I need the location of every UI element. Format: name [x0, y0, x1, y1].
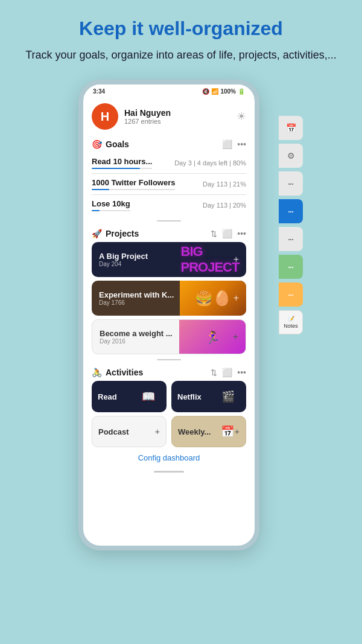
goal-progress-bar — [92, 189, 175, 190]
activity-name: Podcast — [98, 427, 129, 436]
activity-plus-icon[interactable]: + — [235, 427, 240, 436]
profile-info: Hai Nguyen 1267 entries — [124, 108, 171, 125]
project-item[interactable]: Experiment with K... Day 1766 🍔🥚 + — [92, 281, 246, 316]
phone-wrapper: 3:34 🔇 📶 100% 🔋 H Hai Nguyen 1267 entrie… — [78, 80, 284, 550]
goal-progress-fill — [92, 210, 100, 211]
side-tab-more-4[interactable]: ••• — [279, 255, 303, 279]
profile-name: Hai Nguyen — [124, 108, 171, 118]
goal-item[interactable]: Read 10 hours... Day 3 | 4 days left | 8… — [92, 153, 246, 174]
sort-icon[interactable]: ⇅ — [211, 229, 217, 238]
status-bar: 3:34 🔇 📶 100% 🔋 — [83, 84, 255, 97]
activities-row: Read 📖 + Netflix 🎬 + — [92, 381, 246, 412]
activity-plus-icon[interactable]: + — [155, 427, 160, 436]
goal-meta: Day 113 | 20% — [203, 202, 246, 209]
side-tabs: 📅 ⚙ ••• ••• ••• ••• ••• 📝 Notes — [279, 116, 303, 334]
project-name: A Big Project — [99, 252, 148, 261]
project-item[interactable]: A Big Project Day 204 BIGPROJECT + — [92, 242, 246, 277]
project-text: Experiment with K... Day 1766 — [99, 290, 174, 306]
activity-bg: 🎬 — [210, 381, 246, 412]
activity-name: Netflix — [177, 392, 202, 401]
activity-item[interactable]: Read 📖 + — [92, 381, 167, 412]
side-tab-more-5[interactable]: ••• — [279, 282, 303, 307]
projects-expand-icon[interactable]: ⬜ — [222, 229, 232, 238]
goals-more-icon[interactable]: ••• — [237, 139, 246, 149]
goals-actions: ⬜ ••• — [222, 139, 246, 149]
goal-name-text: Lose 10kg — [92, 199, 130, 208]
activity-item[interactable]: Weekly... 📅 + — [171, 416, 246, 447]
project-day: Day 2016 — [100, 338, 173, 345]
activity-item[interactable]: Netflix 🎬 + — [171, 381, 246, 412]
wifi-icon: 📶 — [211, 88, 218, 95]
projects-icon: 🚀 — [92, 229, 102, 238]
goal-meta: Day 3 | 4 days left | 80% — [174, 159, 246, 167]
project-name: Experiment with K... — [99, 290, 174, 299]
battery-level: 100% — [220, 88, 236, 95]
activity-name: Read — [98, 392, 117, 401]
project-text: A Big Project Day 204 — [99, 252, 148, 267]
project-plus-icon[interactable]: + — [233, 331, 238, 342]
goal-progress-bar — [92, 210, 130, 211]
activity-plus-icon[interactable]: + — [223, 392, 228, 401]
side-tab-settings[interactable]: ⚙ — [279, 144, 303, 168]
projects-list: A Big Project Day 204 BIGPROJECT + Exper… — [83, 242, 255, 354]
config-dashboard-link[interactable]: Config dashboard — [138, 453, 200, 462]
project-name: Become a weight ... — [100, 329, 173, 338]
activities-more-icon[interactable]: ••• — [237, 368, 246, 377]
status-right: 🔇 📶 100% 🔋 — [202, 88, 245, 95]
goal-name: 1000 Twitter Followers — [92, 178, 175, 190]
activities-actions: ⇅ ⬜ ••• — [211, 368, 246, 377]
goals-title-group: 🎯 Goals — [92, 139, 129, 149]
profile-left: H Hai Nguyen 1267 entries — [92, 103, 171, 130]
side-tab-more-2[interactable]: ••• — [279, 199, 303, 223]
goals-title: Goals — [106, 139, 129, 149]
divider — [157, 359, 181, 360]
home-indicator — [83, 466, 255, 475]
headline: Keep it well-organized — [79, 18, 283, 39]
projects-more-icon[interactable]: ••• — [237, 229, 246, 238]
config-row: Config dashboard — [83, 447, 255, 466]
activity-name: Weekly... — [178, 427, 211, 436]
goal-meta: Day 113 | 21% — [203, 180, 246, 188]
activity-item[interactable]: Podcast + — [92, 416, 167, 447]
notes-label: Notes — [284, 323, 298, 329]
projects-actions: ⇅ ⬜ ••• — [211, 229, 246, 238]
goals-expand-icon[interactable]: ⬜ — [222, 139, 232, 149]
project-text: Become a weight ... Day 2016 — [100, 329, 173, 345]
goal-progress-bar — [92, 168, 152, 169]
side-tab-more-1[interactable]: ••• — [279, 171, 303, 196]
goal-progress-fill — [92, 168, 140, 169]
goals-icon: 🎯 — [92, 139, 102, 149]
sort-icon[interactable]: ⇅ — [211, 368, 217, 377]
sun-icon[interactable]: ☀ — [237, 110, 246, 123]
status-time: 3:34 — [93, 88, 105, 95]
mute-icon: 🔇 — [202, 88, 209, 95]
battery-icon: 🔋 — [238, 88, 245, 95]
goal-progress-fill — [92, 189, 109, 190]
activity-bg: 📅 — [209, 416, 246, 447]
goal-name: Read 10 hours... — [92, 157, 152, 169]
profile-entries: 1267 entries — [124, 118, 171, 125]
goal-name-text: Read 10 hours... — [92, 157, 152, 166]
home-bar — [154, 471, 184, 473]
goals-list: Read 10 hours... Day 3 | 4 days left | 8… — [83, 153, 255, 215]
activities-expand-icon[interactable]: ⬜ — [222, 368, 232, 377]
side-tab-calendar[interactable]: 📅 — [279, 116, 303, 140]
project-plus-icon[interactable]: + — [233, 254, 239, 265]
activity-plus-icon[interactable]: + — [144, 392, 148, 401]
side-tab-more-3[interactable]: ••• — [279, 227, 303, 251]
projects-section-header: 🚀 Projects ⇅ ⬜ ••• — [83, 226, 255, 242]
activities-section-header: 🚴 Activities ⇅ ⬜ ••• — [83, 365, 255, 381]
project-day: Day 1766 — [99, 299, 174, 306]
goal-name: Lose 10kg — [92, 199, 130, 211]
big-project-logo: BIGPROJECT — [180, 242, 240, 277]
goal-item[interactable]: 1000 Twitter Followers Day 113 | 21% — [92, 174, 246, 195]
activity-bg: 📖 — [130, 381, 167, 412]
goals-section-header: 🎯 Goals ⬜ ••• — [83, 137, 255, 153]
project-plus-icon[interactable]: + — [233, 293, 239, 304]
notes-icon: 📝 — [288, 316, 294, 322]
avatar: H — [92, 103, 118, 130]
project-item[interactable]: Become a weight ... Day 2016 🏃‍♀️ + — [92, 319, 246, 354]
activities-title: Activities — [106, 368, 143, 377]
side-tab-notes[interactable]: 📝 Notes — [279, 310, 303, 334]
goal-item[interactable]: Lose 10kg Day 113 | 20% — [92, 195, 246, 215]
